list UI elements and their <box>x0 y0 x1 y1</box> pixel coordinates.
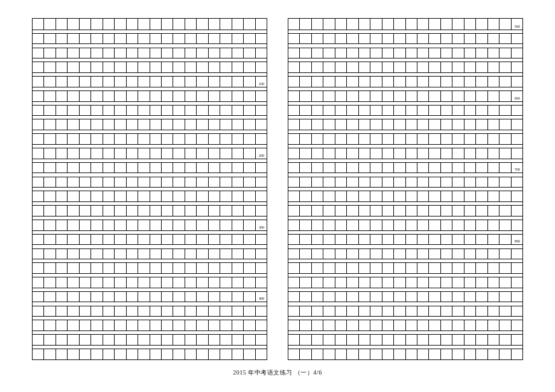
grid-cell <box>288 162 300 173</box>
grid-cell <box>406 205 417 216</box>
grid-cell <box>476 306 487 317</box>
grid-cell <box>382 148 394 159</box>
grid-row <box>288 148 522 159</box>
grid-cell <box>323 19 335 30</box>
grid-cell <box>80 234 91 245</box>
grid-cell <box>256 90 267 101</box>
grid-cell <box>300 48 311 58</box>
grid-cell <box>138 234 150 245</box>
grid-cell <box>220 133 232 144</box>
grid-cell <box>288 62 300 72</box>
grid-cell <box>488 33 500 44</box>
grid-cell <box>488 320 500 330</box>
grid-cell <box>335 291 347 302</box>
grid-cell <box>162 105 173 116</box>
grid-cell <box>452 90 464 101</box>
grid-cell <box>209 162 220 173</box>
grid-cell <box>323 33 335 44</box>
grid-cell <box>417 48 429 58</box>
grid-cell <box>244 76 255 87</box>
grid-cell <box>244 105 255 116</box>
grid-cell <box>300 306 311 317</box>
grid-cell <box>56 133 68 144</box>
grid-cell <box>56 76 68 87</box>
grid-cell <box>417 277 429 288</box>
grid-row <box>33 320 267 330</box>
grid-cell <box>103 234 115 245</box>
grid-cell <box>347 191 358 201</box>
grid-cell <box>138 133 150 144</box>
grid-cell <box>300 148 311 159</box>
grid-cell <box>452 234 464 245</box>
grid-cell <box>256 33 267 44</box>
grid-row <box>33 306 267 317</box>
grid-cell <box>500 248 511 259</box>
grid-cell <box>197 90 208 101</box>
grid-cell <box>335 162 347 173</box>
grid-cell <box>429 148 440 159</box>
grid-cell <box>382 191 394 201</box>
grid-cell <box>382 48 394 58</box>
grid-cell <box>488 133 500 144</box>
grid-cell <box>138 90 150 101</box>
grid-row <box>33 162 267 173</box>
grid-cell <box>56 162 68 173</box>
grid-cell <box>335 234 347 245</box>
grid-cell <box>441 19 452 30</box>
grid-cell <box>150 105 162 116</box>
grid-cell <box>394 234 405 245</box>
grid-cell <box>68 320 79 330</box>
grid-cell <box>127 177 138 188</box>
grid-cell <box>394 48 405 58</box>
grid-cell <box>394 119 405 130</box>
grid-cell <box>150 220 162 230</box>
grid-cell <box>452 349 464 359</box>
grid-cell <box>244 349 255 359</box>
grid-cell <box>173 349 185 359</box>
grid-cell <box>91 248 103 259</box>
grid-cell <box>115 320 126 330</box>
grid-cell <box>162 320 173 330</box>
grid-cell <box>465 62 476 72</box>
grid-cell <box>256 191 267 201</box>
grid-cell <box>68 277 79 288</box>
grid-cell <box>359 262 370 273</box>
grid-cell <box>68 291 79 302</box>
grid-cell <box>465 234 476 245</box>
grid-cell <box>312 133 323 144</box>
grid-cell <box>232 220 244 230</box>
grid-cell <box>197 248 208 259</box>
grid-cell <box>452 177 464 188</box>
grid-cell <box>512 191 522 201</box>
grid-cell <box>441 334 452 345</box>
grid-cell <box>370 148 382 159</box>
grid-cell <box>103 248 115 259</box>
grid-cell <box>370 306 382 317</box>
grid-cell <box>103 306 115 317</box>
grid-cell <box>209 334 220 345</box>
grid-cell <box>465 105 476 116</box>
grid-cell <box>441 234 452 245</box>
grid-cell <box>80 191 91 201</box>
grid-cell <box>417 119 429 130</box>
grid-row <box>288 234 522 245</box>
grid-cell <box>288 48 300 58</box>
grid-cell <box>312 262 323 273</box>
grid-cell <box>370 205 382 216</box>
grid-cell <box>312 90 323 101</box>
grid-cell <box>150 334 162 345</box>
grid-cell <box>115 306 126 317</box>
grid-cell <box>500 291 511 302</box>
grid-cell <box>185 162 197 173</box>
grid-cell <box>150 177 162 188</box>
grid-cell <box>220 19 232 30</box>
grid-cell <box>370 248 382 259</box>
grid-cell <box>429 234 440 245</box>
grid-cell <box>452 48 464 58</box>
grid-cell <box>127 33 138 44</box>
grid-row <box>288 220 522 230</box>
grid-cell <box>512 205 522 216</box>
grid-cell <box>256 62 267 72</box>
grid-cell <box>500 306 511 317</box>
grid-cell <box>512 148 522 159</box>
